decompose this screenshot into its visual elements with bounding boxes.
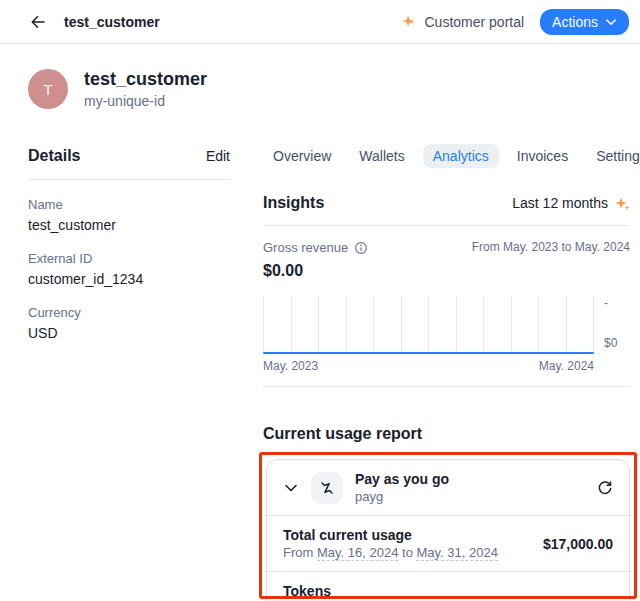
period-selector[interactable]: Last 12 months	[512, 195, 630, 211]
field-value: customer_id_1234	[28, 270, 230, 288]
pulse-icon	[318, 479, 336, 497]
back-button[interactable]	[28, 12, 48, 32]
chart-x-axis: May. 2023 May. 2024	[263, 359, 594, 373]
total-usage-label: Total current usage	[283, 526, 498, 544]
customer-name: test_customer	[84, 68, 207, 90]
plan-header-row: Pay as you go payg	[267, 460, 629, 515]
chart-y-axis: - $0	[594, 296, 630, 354]
chevron-down-icon	[283, 480, 299, 496]
gross-revenue-chart: - $0	[263, 296, 630, 354]
current-usage-title: Current usage report	[263, 425, 630, 443]
customer-portal-button[interactable]: Customer portal	[402, 14, 524, 30]
top-bar: test_customer Customer portal Actions	[0, 0, 640, 44]
tab-wallets[interactable]: Wallets	[349, 144, 414, 168]
customer-portal-label: Customer portal	[424, 14, 524, 30]
gross-revenue-label: Gross revenue	[263, 240, 348, 255]
usage-report-section: Pay as you go payg Total current usag	[259, 452, 637, 601]
avatar: T	[28, 69, 68, 109]
customer-external-id: my-unique-id	[84, 92, 207, 110]
total-usage-amount: $17,000.00	[543, 536, 613, 552]
x-tick-end: May. 2024	[539, 359, 594, 373]
insights-divider	[263, 225, 630, 226]
details-title: Details	[28, 147, 80, 165]
detail-field-currency: Currency USD	[28, 305, 230, 342]
sparkle-icon	[402, 14, 417, 29]
field-value: USD	[28, 324, 230, 342]
plan-code: payg	[355, 489, 449, 505]
field-value: test_customer	[28, 216, 230, 234]
refresh-button[interactable]	[597, 480, 613, 496]
plan-name: Pay as you go	[355, 470, 449, 488]
detail-field-name: Name test_customer	[28, 197, 230, 234]
y-tick-top: -	[604, 296, 608, 310]
collapse-toggle-button[interactable]	[283, 480, 299, 496]
usage-item-row: Tokens openai_tokens	[267, 571, 629, 601]
detail-field-external-id: External ID customer_id_1234	[28, 251, 230, 288]
details-divider	[28, 179, 230, 180]
tab-bar: Overview Wallets Analytics Invoices Sett…	[263, 144, 630, 168]
period-label: Last 12 months	[512, 195, 608, 211]
period-to-word: to	[402, 545, 413, 560]
insights-title: Insights	[263, 194, 324, 212]
y-tick-bottom: $0	[604, 336, 617, 350]
field-label: Name	[28, 197, 230, 213]
period-end-date[interactable]: May. 31, 2024	[416, 545, 497, 561]
tab-invoices[interactable]: Invoices	[507, 144, 578, 168]
period-start-date[interactable]: May. 16, 2024	[317, 545, 398, 561]
details-panel: Details Edit Name test_customer External…	[28, 144, 230, 601]
tab-analytics[interactable]: Analytics	[423, 144, 499, 168]
tab-overview[interactable]: Overview	[263, 144, 341, 168]
arrow-left-icon	[30, 14, 46, 30]
date-range-label: From May. 2023 to May. 2024	[472, 240, 630, 280]
field-label: Currency	[28, 305, 230, 321]
x-tick-start: May. 2023	[263, 359, 318, 373]
chart-bottom-divider	[263, 386, 630, 387]
total-usage-period: From May. 16, 2024 to May. 31, 2024	[283, 545, 498, 561]
usage-plan-card: Pay as you go payg Total current usag	[266, 459, 630, 601]
actions-button[interactable]: Actions	[540, 9, 629, 35]
avatar-initial: T	[43, 81, 52, 98]
info-icon[interactable]	[354, 241, 368, 255]
refresh-icon	[597, 480, 613, 496]
sparkle-icon	[615, 196, 630, 211]
customer-header: T test_customer my-unique-id	[28, 68, 630, 110]
period-from-word: From	[283, 545, 313, 560]
topbar-customer-title: test_customer	[64, 14, 160, 30]
edit-button[interactable]: Edit	[206, 148, 230, 164]
plan-icon-tile	[311, 472, 343, 504]
field-label: External ID	[28, 251, 230, 267]
total-usage-row: Total current usage From May. 16, 2024 t…	[267, 515, 629, 571]
chevron-down-icon	[605, 16, 617, 28]
chart-zero-line	[263, 352, 594, 354]
gross-revenue-metric: Gross revenue $0.00	[263, 240, 368, 280]
gross-revenue-value: $0.00	[263, 262, 368, 280]
chart-plot-area	[263, 296, 594, 354]
usage-item-name: Tokens	[283, 582, 613, 600]
tab-settings[interactable]: Settings	[586, 144, 640, 168]
actions-label: Actions	[552, 14, 598, 30]
